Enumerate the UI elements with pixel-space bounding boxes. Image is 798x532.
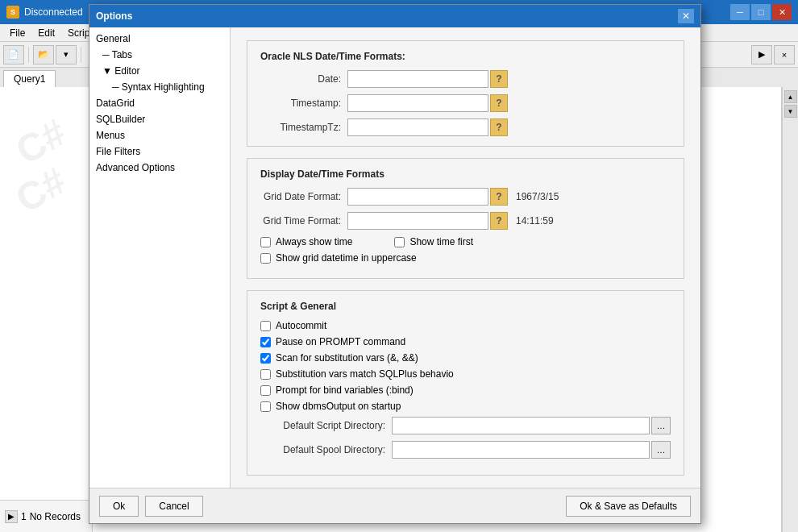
show-dbms-row: Show dbmsOutput on startup: [260, 401, 671, 412]
timestamp-label: Timestamp:: [260, 98, 341, 109]
scan-substitution-label: Scan for substitution vars (&, &&): [276, 352, 418, 364]
timestamptz-label: TimestampTz:: [260, 122, 341, 133]
tree-item-advanced-options[interactable]: Advanced Options: [89, 160, 230, 176]
tree-item-file-filters[interactable]: File Filters: [89, 143, 230, 160]
script-general-title: Script & General: [260, 301, 671, 312]
timestamp-help-btn[interactable]: ?: [490, 94, 508, 112]
pause-on-prompt-checkbox[interactable]: [260, 337, 271, 347]
tree-item-menus[interactable]: Menus: [89, 127, 230, 143]
ok-save-button[interactable]: Ok & Save as Defaults: [566, 496, 691, 517]
dialog-footer: Ok Cancel Ok & Save as Defaults: [89, 488, 700, 523]
date-help-btn[interactable]: ?: [490, 70, 508, 88]
tree-item-editor[interactable]: ▼ Editor: [89, 63, 230, 79]
show-uppercase-checkbox[interactable]: [260, 253, 271, 264]
dialog-body: General ─ Tabs ▼ Editor ─ Syntax Highlig…: [89, 27, 700, 488]
oracle-nls-title: Oracle NLS Date/Time Formats:: [260, 51, 671, 62]
grid-date-help-btn[interactable]: ?: [490, 188, 508, 206]
always-show-time-checkbox[interactable]: [260, 237, 271, 247]
grid-time-label: Grid Time Format:: [260, 215, 341, 227]
always-show-time-label: Always show time: [276, 236, 352, 247]
script-dir-browse-btn[interactable]: …: [651, 417, 671, 434]
date-label: Date:: [260, 73, 341, 85]
substitution-match-label: Substitution vars match SQLPlus behavio: [276, 368, 454, 380]
display-datetime-section: Display Date/Time Formats Grid Date Form…: [247, 158, 684, 279]
timestamptz-help-btn[interactable]: ?: [490, 118, 508, 136]
dialog-title: Options: [96, 10, 678, 22]
content-panel: Oracle NLS Date/Time Formats: Date: ? Ti…: [231, 27, 700, 488]
grid-time-row: Grid Time Format: ? 14:11:59: [260, 212, 671, 230]
timestamp-input[interactable]: [347, 94, 488, 112]
prompt-bind-checkbox[interactable]: [260, 385, 271, 396]
prompt-bind-label: Prompt for bind variables (:bind): [276, 384, 414, 396]
show-uppercase-row: Show grid datetime in uppercase: [260, 252, 671, 264]
timestamptz-input[interactable]: [347, 118, 488, 136]
timestamptz-row: TimestampTz: ?: [260, 118, 671, 136]
show-dbms-label: Show dbmsOutput on startup: [276, 401, 401, 412]
tree-item-sqlbuilder[interactable]: SQLBuilder: [89, 111, 230, 127]
script-general-section: Script & General Autocommit Pause on PRO…: [247, 290, 684, 476]
spool-dir-browse-btn[interactable]: …: [651, 441, 671, 459]
show-time-first-label: Show time first: [409, 236, 473, 247]
nav-tree: General ─ Tabs ▼ Editor ─ Syntax Highlig…: [89, 27, 231, 488]
tree-item-syntax-highlighting[interactable]: ─ Syntax Highlighting: [89, 79, 230, 95]
default-spool-dir-row: Default Spool Directory: …: [260, 441, 671, 459]
autocommit-label: Autocommit: [276, 320, 326, 331]
default-script-dir-row: Default Script Directory: …: [260, 417, 671, 434]
cancel-button[interactable]: Cancel: [145, 496, 202, 517]
date-input[interactable]: [347, 70, 488, 88]
timestamp-row: Timestamp: ?: [260, 94, 671, 112]
default-spool-dir-label: Default Spool Directory:: [260, 444, 385, 455]
grid-date-label: Grid Date Format:: [260, 191, 341, 202]
default-script-dir-label: Default Script Directory:: [260, 420, 385, 431]
dialog-titlebar: Options ✕: [89, 5, 700, 27]
substitution-match-checkbox[interactable]: [260, 369, 271, 380]
show-dbms-checkbox[interactable]: [260, 401, 271, 412]
date-row: Date: ?: [260, 70, 671, 88]
scan-substitution-row: Scan for substitution vars (&, &&): [260, 352, 671, 364]
grid-time-input[interactable]: [347, 212, 488, 230]
pause-on-prompt-label: Pause on PROMPT command: [276, 336, 405, 347]
grid-time-help-btn[interactable]: ?: [490, 212, 508, 230]
options-dialog: Options ✕ General ─ Tabs ▼ Editor: [89, 4, 701, 524]
grid-date-example: 1967/3/15: [516, 191, 559, 202]
substitution-match-row: Substitution vars match SQLPlus behavio: [260, 368, 671, 380]
default-script-dir-input[interactable]: [392, 417, 650, 434]
scan-substitution-checkbox[interactable]: [260, 353, 271, 364]
modal-overlay: Options ✕ General ─ Tabs ▼ Editor: [0, 0, 798, 532]
show-uppercase-label: Show grid datetime in uppercase: [276, 252, 417, 264]
always-show-time-row: Always show time Show time first: [260, 236, 671, 247]
show-time-first-checkbox[interactable]: [394, 237, 405, 247]
autocommit-checkbox[interactable]: [260, 321, 271, 331]
grid-time-example: 14:11:59: [516, 215, 554, 227]
dialog-close-button[interactable]: ✕: [678, 9, 694, 23]
prompt-bind-row: Prompt for bind variables (:bind): [260, 384, 671, 396]
grid-date-row: Grid Date Format: ? 1967/3/15: [260, 188, 671, 206]
pause-on-prompt-row: Pause on PROMPT command: [260, 336, 671, 347]
tree-item-general[interactable]: General: [89, 31, 230, 47]
autocommit-row: Autocommit: [260, 320, 671, 331]
default-spool-dir-input[interactable]: [392, 441, 650, 459]
tree-item-datagrid[interactable]: DataGrid: [89, 95, 230, 111]
grid-date-input[interactable]: [347, 188, 488, 206]
oracle-nls-section: Oracle NLS Date/Time Formats: Date: ? Ti…: [247, 40, 684, 147]
tree-item-tabs[interactable]: ─ Tabs: [89, 47, 230, 63]
ok-button[interactable]: Ok: [99, 496, 139, 517]
display-datetime-title: Display Date/Time Formats: [260, 168, 671, 180]
